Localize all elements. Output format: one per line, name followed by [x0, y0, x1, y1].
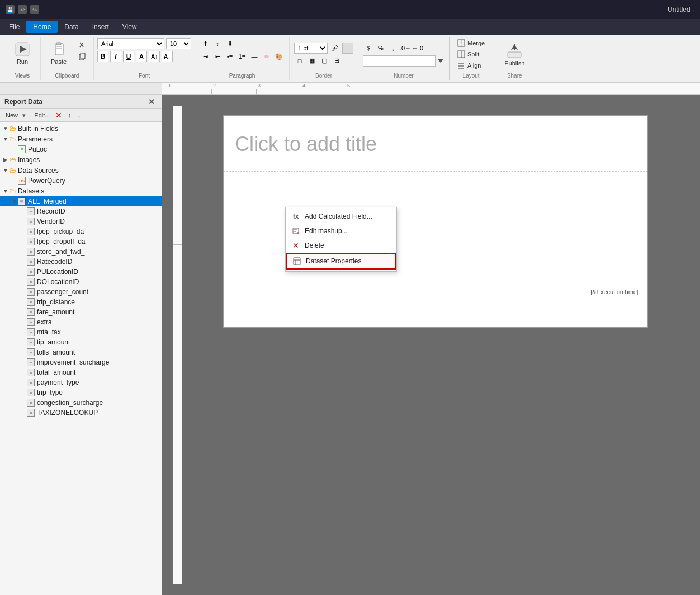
menu-home[interactable]: Home [26, 21, 58, 33]
context-dataset-props[interactable]: Dataset Properties [286, 253, 396, 270]
svg-rect-4 [56, 46, 62, 47]
report-panel-close[interactable]: ✕ [146, 97, 157, 106]
tree-item-datasets[interactable]: ▼🗁Datasets [0, 186, 162, 196]
align-bottom-button[interactable]: ⬇ [224, 38, 235, 49]
undo-icon[interactable]: ↩ [18, 5, 27, 14]
tree-item-data-sources[interactable]: ▼🗁Data Sources [0, 165, 162, 176]
tree-item-trip-distance[interactable]: ≡trip_distance [0, 297, 162, 307]
tree-item-built-in-fields[interactable]: ▼🗁Built-in Fields [0, 123, 162, 134]
app-title: Untitled - [668, 6, 694, 13]
tree-item-extra[interactable]: ≡extra [0, 317, 162, 327]
main-layout: Report Data ✕ New ▾ · Edit... ✕ ↑ ↓ ▼🗁Bu… [0, 95, 700, 595]
tree-item-vendorid[interactable]: ≡VendorID [0, 216, 162, 226]
number-dropdown-icon[interactable] [437, 57, 444, 65]
font-color-button[interactable]: A [136, 51, 147, 62]
border-all-button[interactable]: ▦ [306, 55, 318, 67]
tree-item-powerquery[interactable]: DSPowerQuery [0, 176, 162, 186]
align-middle-button[interactable]: ↕ [212, 38, 223, 49]
tree-item-fare-amount[interactable]: ≡fare_amount [0, 307, 162, 317]
tree-item-dolocationid[interactable]: ≡DOLocationID [0, 277, 162, 287]
new-button[interactable]: New [3, 111, 20, 120]
border-outer-button[interactable]: ▢ [319, 55, 330, 67]
tree-item-taxizonelookup[interactable]: ≡TAXIZONELOOKUP [0, 408, 162, 418]
align-center-button[interactable]: ≡ [249, 38, 260, 49]
tree-item-parameters[interactable]: ▼🗁Parameters [0, 134, 162, 144]
number-button[interactable]: 1≡ [237, 51, 248, 62]
number-format-input[interactable] [363, 55, 436, 67]
save-icon[interactable]: 💾 [6, 5, 15, 14]
tree-item-total-amount[interactable]: ≡total_amount [0, 367, 162, 377]
tree-item-pulocationid[interactable]: ≡PULocationID [0, 267, 162, 277]
tree-item-passenger-count[interactable]: ≡passenger_count [0, 287, 162, 297]
move-up-button[interactable]: ↑ [65, 111, 73, 120]
clipboard-group-label: Clipboard [55, 70, 79, 79]
move-down-button[interactable]: ↓ [75, 111, 83, 120]
publish-button[interactable]: Publish [498, 40, 531, 69]
number-format-button[interactable]: $ [363, 42, 374, 54]
align-right-button[interactable]: ≡ [261, 38, 272, 49]
outdent-button[interactable]: ⇤ [212, 51, 223, 62]
tree-item-ratecodeid[interactable]: ≡RatecodeID [0, 257, 162, 267]
tree-item-mta-tax[interactable]: ≡mta_tax [0, 327, 162, 337]
tree-item-lpep-dropoff[interactable]: ≡lpep_dropoff_da [0, 237, 162, 247]
tree-item-payment-type[interactable]: ≡payment_type [0, 377, 162, 388]
menu-insert[interactable]: Insert [86, 21, 116, 33]
border-color-button[interactable]: 🖊 [329, 42, 340, 54]
context-edit-mashup[interactable]: Edit mashup... [286, 224, 396, 238]
align-left-button[interactable]: ≡ [237, 38, 248, 49]
split-button[interactable]: Split [454, 49, 483, 59]
cut-button[interactable] [74, 40, 89, 50]
tree-item-tolls-amount[interactable]: ≡tolls_amount [0, 347, 162, 357]
context-add-calc[interactable]: fx Add Calculated Field... [286, 209, 396, 224]
edit-button[interactable]: Edit... [32, 111, 52, 120]
underline-button[interactable]: U [123, 51, 134, 62]
align-top-button[interactable]: ⬆ [200, 38, 211, 49]
increase-decimal-button[interactable]: .0→ [400, 42, 411, 54]
font-name-select[interactable]: Arial [97, 38, 164, 49]
redo-icon[interactable]: ↪ [30, 5, 39, 14]
line-sep-button[interactable]: — [249, 51, 260, 62]
menu-data[interactable]: Data [58, 21, 85, 33]
font-size-select[interactable]: 10 [166, 38, 191, 49]
horizontal-ruler: 1 2 3 4 5 [162, 83, 700, 95]
menu-file[interactable]: File [2, 21, 26, 33]
comma-button[interactable]: , [387, 42, 399, 54]
align-button[interactable]: Align [454, 60, 484, 70]
color-fill-button[interactable]: 🎨 [273, 51, 285, 62]
menu-view[interactable]: View [116, 21, 144, 33]
italic-button[interactable]: I [110, 51, 121, 62]
edit-mashup-icon [291, 226, 300, 235]
ruler-tick-1: 1 [167, 89, 211, 94]
ribbon-group-border: 1 pt 🖊 □ ▦ ▢ ⊞ Border [290, 37, 358, 80]
report-title-area[interactable]: Click to add title [224, 116, 647, 172]
context-delete[interactable]: ✕ Delete [286, 238, 396, 253]
tree-item-images[interactable]: ▶🗁Images [0, 154, 162, 165]
svg-rect-3 [56, 42, 61, 45]
run-button[interactable]: Run [9, 38, 36, 67]
merge-button[interactable]: Merge [454, 38, 488, 48]
tree-item-trip-type[interactable]: ≡trip_type [0, 388, 162, 398]
font-grow-button[interactable]: A↑ [149, 51, 160, 62]
border-none-button[interactable]: □ [294, 55, 305, 67]
tree-item-puloc[interactable]: PPuLoc [0, 144, 162, 154]
tree-item-improvement-surcharge[interactable]: ≡improvement_surcharge [0, 357, 162, 367]
delete-toolbar-button[interactable]: ✕ [54, 111, 63, 120]
bold-button[interactable]: B [97, 51, 108, 62]
decrease-decimal-button[interactable]: ←.0 [412, 42, 423, 54]
tree-item-all-merged[interactable]: ▼⊞ALL_Merged [0, 196, 162, 206]
indent-button[interactable]: ⇥ [200, 51, 211, 62]
font-shrink-button[interactable]: A↓ [162, 51, 173, 62]
paste-button[interactable]: Paste [45, 38, 72, 67]
tree-item-congestion-surcharge[interactable]: ≡congestion_surcharge [0, 398, 162, 408]
number-group-label: Number [363, 70, 444, 79]
tree-item-store-fwd[interactable]: ≡store_and_fwd_ [0, 247, 162, 257]
highlight-button[interactable]: ✏ [261, 51, 272, 62]
border-inner-button[interactable]: ⊞ [331, 55, 342, 67]
bullet-button[interactable]: •≡ [224, 51, 235, 62]
tree-item-recordid[interactable]: ≡RecordID [0, 206, 162, 216]
copy-button[interactable] [74, 51, 89, 62]
border-size-select[interactable]: 1 pt [294, 42, 328, 54]
tree-item-lpep-pickup[interactable]: ≡lpep_pickup_da [0, 226, 162, 237]
percent-button[interactable]: % [375, 42, 386, 54]
tree-item-tip-amount[interactable]: ≡tip_amount [0, 337, 162, 347]
